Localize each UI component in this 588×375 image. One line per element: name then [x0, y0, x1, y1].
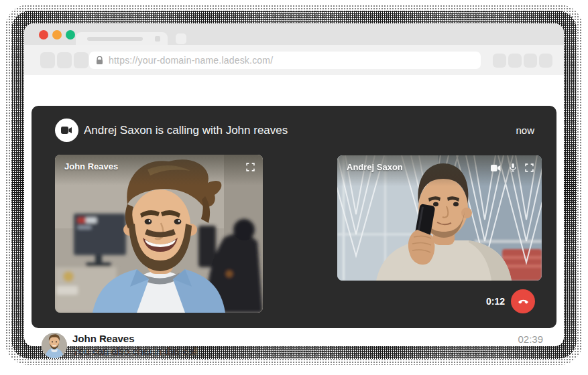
- participant-name-label: John Reaves: [64, 161, 118, 171]
- call-timestamp: now: [516, 125, 534, 136]
- call-title: Andrej Saxon is calling with John reaves: [84, 124, 288, 137]
- browser-tab[interactable]: [76, 32, 168, 45]
- fullscreen-icon[interactable]: [246, 163, 255, 171]
- tab-title-placeholder: [87, 37, 143, 41]
- call-duration: 0:12: [486, 289, 505, 313]
- call-type-badge: [55, 119, 78, 142]
- fullscreen-icon[interactable]: [525, 163, 534, 172]
- toolbar-extension-button-3[interactable]: [524, 54, 537, 68]
- toolbar-extension-button-2[interactable]: [508, 54, 522, 68]
- page-content: Andrej Saxon is calling with John reaves…: [24, 75, 564, 346]
- browser-tabbar: [24, 23, 564, 45]
- chat-author: John Reaves: [72, 332, 198, 345]
- chat-message-text: You can also chat in this call: [72, 345, 198, 358]
- lock-icon: [96, 56, 103, 65]
- address-bar[interactable]: https://your-domain-name.ladesk.com/: [89, 52, 481, 69]
- forward-button[interactable]: [57, 52, 72, 68]
- close-window-button[interactable]: [39, 30, 48, 40]
- hangup-phone-icon: [517, 295, 530, 307]
- back-button[interactable]: [40, 52, 55, 68]
- tile-header-andrej: Andrej Saxon: [337, 155, 542, 186]
- browser-window: https://your-domain-name.ladesk.com/ And…: [24, 23, 564, 346]
- video-call-panel: Andrej Saxon is calling with John reaves…: [32, 106, 556, 328]
- camera-toggle-icon[interactable]: [491, 165, 501, 171]
- toolbar-extension-button-1[interactable]: [493, 54, 506, 68]
- hangup-button[interactable]: [511, 289, 535, 313]
- microphone-toggle-icon[interactable]: [510, 163, 516, 172]
- tile-header-john: John Reaves: [55, 155, 263, 185]
- tab-close-icon[interactable]: [155, 36, 160, 42]
- new-tab-button[interactable]: [176, 33, 186, 44]
- participant-name-label: Andrej Saxon: [347, 162, 403, 172]
- video-tile-andrej-saxon: Andrej Saxon: [337, 155, 542, 281]
- chat-message-row: John Reaves You can also chat in this ca…: [24, 328, 564, 370]
- url-text: https://your-domain-name.ladesk.com/: [109, 55, 273, 66]
- toolbar-menu-button[interactable]: [539, 54, 552, 68]
- reload-button[interactable]: [74, 52, 89, 68]
- video-camera-icon: [61, 125, 72, 137]
- page-background: https://your-domain-name.ladesk.com/ And…: [0, 0, 588, 375]
- minimize-window-button[interactable]: [52, 30, 62, 40]
- chat-timestamp: 02:39: [518, 333, 543, 345]
- maximize-window-button[interactable]: [66, 30, 75, 40]
- browser-toolbar: https://your-domain-name.ladesk.com/: [24, 45, 564, 75]
- avatar: [42, 333, 67, 358]
- video-tile-john-reaves: John Reaves: [55, 155, 263, 313]
